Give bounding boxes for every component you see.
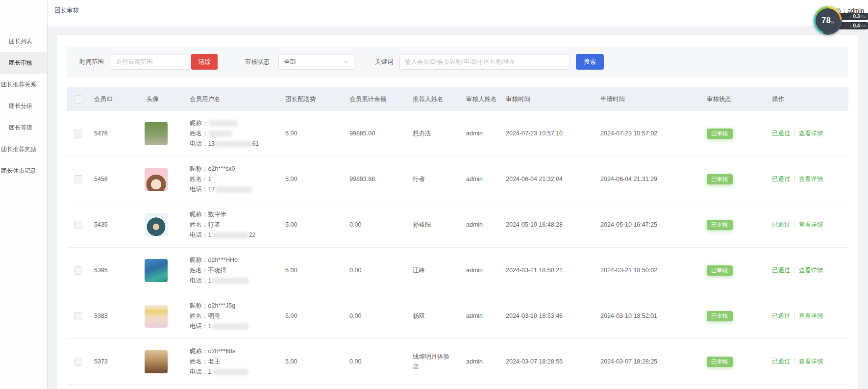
audit-status-select[interactable]: 全部 <box>278 54 354 70</box>
member-avatar <box>145 168 168 191</box>
phone-prefix: 1 <box>208 367 212 377</box>
clear-button[interactable]: 清除 <box>191 54 218 70</box>
name-label: 姓名： <box>190 220 208 230</box>
sidebar: 团长列表 团长审核 团长推荐关系 团长分组 团长等级 团长推荐奖励 团长休市记录 <box>0 0 48 389</box>
referrer-name: 行者 <box>413 174 425 184</box>
status-badge: 已审核 <box>707 265 733 276</box>
approved-link[interactable]: 已通过 <box>772 266 791 275</box>
upload-speed-unit: K/s <box>860 14 866 19</box>
nickname-value: o2h***68s <box>208 346 236 357</box>
member-username-cell: 昵称： 数字米 姓名： 行者 电话： 1 22 <box>186 209 280 240</box>
view-detail-link[interactable]: 查看详情 <box>799 130 823 138</box>
approved-link[interactable]: 已通过 <box>772 221 791 229</box>
phone-label: 电话： <box>190 276 208 286</box>
row-checkbox[interactable] <box>74 312 82 320</box>
name-value: 1 <box>208 174 212 184</box>
row-checkbox[interactable] <box>74 130 82 138</box>
keyword-input[interactable] <box>399 54 570 70</box>
table-row: 5383 昵称： o2h***J5g 姓名： 明哥 电话： 1 5.00 0.0… <box>67 293 848 339</box>
auditor-name: admin <box>461 221 501 228</box>
phone-label: 电话： <box>190 321 208 332</box>
op-divider <box>794 312 795 319</box>
date-range-input[interactable] <box>111 54 191 70</box>
header-auditor: 审核人姓名 <box>461 95 501 104</box>
auditor-name: admin <box>461 312 501 319</box>
apply-time: 2024-05-10 16:47:25 <box>595 221 702 228</box>
auditor-name: admin <box>461 176 501 182</box>
referrer-name: 想办法 <box>413 129 431 138</box>
redacted-phone <box>212 232 248 238</box>
apply-time: 2024-07-23 10:57:02 <box>595 130 702 137</box>
upload-speed-pill: ↑ 0.3 K/s <box>838 13 868 20</box>
download-speed-value: 0.4 <box>853 23 860 28</box>
nickname-value: o2h***HHo <box>208 255 238 265</box>
member-balance: 0.00 <box>345 358 408 365</box>
op-divider <box>794 267 795 274</box>
sidebar-item-6[interactable]: 团长休市记录 <box>0 160 47 182</box>
nickname-label: 昵称： <box>190 164 208 174</box>
name-value: 不晓得 <box>208 265 227 276</box>
approved-link[interactable]: 已通过 <box>772 312 791 320</box>
sidebar-item-0[interactable]: 团长列表 <box>0 30 47 52</box>
name-label: 姓名： <box>190 174 208 184</box>
view-detail-link[interactable]: 查看详情 <box>799 266 823 275</box>
apply-time: 2024-06-04 21:31:29 <box>595 176 702 182</box>
row-checkbox[interactable] <box>74 266 82 275</box>
member-balance: 0.00 <box>345 221 408 228</box>
header-delivery-fee: 团长配送费 <box>280 95 345 104</box>
memory-gauge[interactable]: 78 % <box>814 6 842 35</box>
sidebar-item-3[interactable]: 团长分组 <box>0 95 47 117</box>
net-monitor-widget: ↑ 0.3 K/s ↓ 0.4 K/s 78 % <box>814 5 868 36</box>
member-username-cell: 昵称： o2h***sx0 姓名： 1 电话： 17 <box>186 164 280 195</box>
sidebar-item-1[interactable]: 团长审核 <box>0 52 47 74</box>
approved-link[interactable]: 已通过 <box>772 130 791 138</box>
select-all-checkbox[interactable] <box>74 95 82 104</box>
audit-time: 2024-05-10 16:48:28 <box>501 221 595 228</box>
approved-link[interactable]: 已通过 <box>772 175 791 183</box>
approved-link[interactable]: 已通过 <box>772 358 791 366</box>
nickname-label: 昵称： <box>190 255 208 265</box>
nickname-label: 昵称： <box>190 346 208 357</box>
phone-prefix: 1 <box>208 321 212 332</box>
member-avatar <box>145 350 168 373</box>
view-detail-link[interactable]: 查看详情 <box>799 221 823 229</box>
view-detail-link[interactable]: 查看详情 <box>799 175 823 183</box>
delivery-fee: 5.00 <box>280 267 345 274</box>
member-username-cell: 昵称： o2h***68s 姓名： 老王 电话： 1 <box>186 346 280 377</box>
phone-prefix: 17 <box>208 184 215 195</box>
row-checkbox[interactable] <box>74 175 82 183</box>
sidebar-item-5[interactable]: 团长推荐奖励 <box>0 138 47 160</box>
upload-arrow-icon: ↑ <box>849 14 852 19</box>
name-value: 行者 <box>208 220 221 230</box>
sidebar-item-4[interactable]: 团长等级 <box>0 117 47 138</box>
header-operations: 操作 <box>767 95 848 104</box>
table-row: 5476 昵称： 姓名： 电话： 13 61 5.00 99885.00 想办法… <box>67 111 848 156</box>
referrer-name: 孙裕阳 <box>413 220 431 230</box>
member-balance: 0.00 <box>345 312 408 319</box>
memory-percent-unit: % <box>831 20 834 25</box>
apply-time: 2024-03-10 18:52:01 <box>595 312 702 319</box>
member-id: 5383 <box>89 312 142 319</box>
op-divider <box>794 130 795 137</box>
header-apply-time: 申请时间 <box>595 95 702 104</box>
delivery-fee: 5.00 <box>280 130 345 137</box>
sidebar-item-label: 团长列表 <box>9 38 32 45</box>
name-label: 姓名： <box>190 311 208 321</box>
table-header-row: 会员ID 头像 会员用户名 团长配送费 会员累计余额 推荐人姓名 审核人姓名 审… <box>67 87 848 111</box>
row-checkbox[interactable] <box>74 358 82 366</box>
view-detail-link[interactable]: 查看详情 <box>799 358 823 366</box>
apply-time: 2024-03-07 18:28:25 <box>595 358 702 365</box>
sidebar-item-2[interactable]: 团长推荐关系 <box>0 74 47 95</box>
member-id: 5373 <box>89 358 142 365</box>
phone-prefix: 1 <box>208 276 212 286</box>
phone-prefix: 13 <box>208 139 215 149</box>
date-range-label: 时间范围 <box>79 47 104 77</box>
table-row: 5395 昵称： o2h***HHo 姓名： 不晓得 电话： 1 5.00 0.… <box>67 248 848 293</box>
audit-time: 2024-03-21 18:50:21 <box>501 267 595 274</box>
apply-time: 2024-03-21 18:50:02 <box>595 267 702 274</box>
view-detail-link[interactable]: 查看详情 <box>799 312 823 320</box>
search-button[interactable]: 搜索 <box>576 54 604 70</box>
referrer-name: 汪峰 <box>413 265 425 275</box>
upload-speed-value: 0.3 <box>853 14 860 19</box>
row-checkbox[interactable] <box>74 221 82 229</box>
